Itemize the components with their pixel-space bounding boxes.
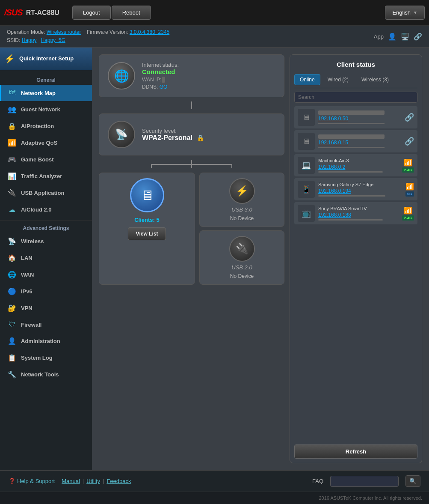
sidebar-item-wan[interactable]: 🌐 WAN bbox=[0, 266, 92, 283]
device-icon: 🖥 bbox=[298, 109, 315, 126]
bottom-row: 🖥 Clients: 5 View List ⚡ USB 3.0 No Devi… bbox=[99, 173, 284, 285]
advanced-settings-title: Advanced Settings bbox=[0, 221, 92, 233]
share-icon-button[interactable]: 🔗 bbox=[414, 33, 422, 41]
traffic-analyzer-icon: 📊 bbox=[7, 172, 17, 180]
device-icon: 💻 bbox=[298, 157, 315, 174]
sidebar-item-system-log[interactable]: 📋 System Log bbox=[0, 349, 92, 366]
refresh-button[interactable]: Refresh bbox=[294, 444, 417, 459]
sidebar-item-guest-network[interactable]: 👥 Guest Network bbox=[0, 101, 92, 118]
clients-panel: 🖥 Clients: 5 View List bbox=[99, 173, 195, 285]
sidebar-item-aiprotection[interactable]: 🔒 AiProtection bbox=[0, 118, 92, 134]
sidebar-item-ipv6[interactable]: 🔵 IPv6 bbox=[0, 283, 92, 300]
manual-link[interactable]: Manual bbox=[62, 478, 80, 484]
client-ip-link[interactable]: 192.168.0.50 bbox=[318, 116, 401, 122]
clients-label: Clients: 5 bbox=[134, 217, 160, 223]
faq-search-button[interactable]: 🔍 bbox=[405, 475, 420, 487]
signal-bars-icon: 📶 bbox=[404, 206, 412, 215]
help-support-link[interactable]: ❓ Help & Support bbox=[9, 478, 55, 484]
sidebar-item-aicloud[interactable]: ☁ AiCloud 2.0 bbox=[0, 201, 92, 218]
quick-internet-setup-item[interactable]: ⚡ Quick Internet Setup bbox=[0, 48, 92, 70]
wan-icon: 🌐 bbox=[7, 271, 17, 279]
client-signal: 🔗 bbox=[405, 113, 414, 122]
sidebar-item-firewall[interactable]: 🛡 Firewall bbox=[0, 316, 92, 333]
router-icon: 📡 bbox=[108, 121, 135, 148]
operation-mode-link[interactable]: Wireless router bbox=[47, 29, 81, 35]
list-item[interactable]: 🖥 192.168.0.15 🔗 bbox=[294, 130, 417, 152]
ssid-5g-link[interactable]: Happy_5G bbox=[41, 37, 65, 43]
client-search-input[interactable] bbox=[294, 92, 417, 103]
faq-label: FAQ bbox=[312, 478, 323, 484]
top-nav-buttons: Logout Reboot bbox=[72, 6, 151, 20]
client-info: Macbook-Air-3 192.168.0.2 bbox=[318, 158, 399, 173]
ipv6-icon: 🔵 bbox=[7, 287, 17, 295]
usb20-status: No Device bbox=[230, 273, 254, 279]
copyright: 2016 ASUSTeK Computer Inc. All rights re… bbox=[0, 492, 429, 504]
client-ip-link[interactable]: 192.168.0.188 bbox=[318, 212, 399, 218]
usb20-panel: 🔌 USB 2.0 No Device bbox=[199, 230, 284, 285]
monitor-icon-button[interactable]: 🖥️ bbox=[401, 33, 409, 41]
list-item[interactable]: 🖥 192.168.0.50 🔗 bbox=[294, 106, 417, 128]
sidebar-item-wireless[interactable]: 📡 Wireless bbox=[0, 233, 92, 250]
usb30-label: USB 3.0 bbox=[231, 206, 252, 213]
client-ip-link[interactable]: 192.168.0.15 bbox=[318, 140, 401, 146]
connector-leg-left bbox=[151, 164, 152, 168]
usb30-panel: ⚡ USB 3.0 No Device bbox=[199, 173, 284, 227]
sidebar-item-traffic-analyzer[interactable]: 📊 Traffic Analyzer bbox=[0, 168, 92, 185]
faq-search-input[interactable] bbox=[330, 476, 399, 487]
sidebar-item-vpn[interactable]: 🔐 VPN bbox=[0, 300, 92, 316]
top-bar: /SUS RT-AC88U Logout Reboot English ▼ bbox=[0, 0, 429, 26]
network-map-icon: 🗺 bbox=[7, 89, 17, 97]
sidebar-item-administration[interactable]: 👤 Administration bbox=[0, 333, 92, 349]
view-list-button[interactable]: View List bbox=[128, 227, 166, 240]
device-icon: 📺 bbox=[298, 205, 315, 222]
client-info: 192.168.0.15 bbox=[318, 134, 401, 148]
question-icon: ❓ bbox=[9, 478, 15, 484]
tab-wireless[interactable]: Wireless (3) bbox=[356, 74, 394, 85]
asus-logo: /SUS bbox=[4, 8, 23, 18]
tab-online[interactable]: Online bbox=[294, 74, 320, 85]
internet-globe-icon: 🌐 bbox=[108, 62, 135, 89]
usb30-status: No Device bbox=[230, 215, 254, 221]
connector-h bbox=[151, 164, 233, 165]
usb20-icon: 🔌 bbox=[229, 236, 255, 262]
language-selector[interactable]: English ▼ bbox=[385, 6, 425, 20]
band-badge: 2.4G bbox=[402, 215, 414, 221]
vpn-icon: 🔐 bbox=[7, 304, 17, 312]
client-progress bbox=[318, 123, 385, 124]
sidebar-item-game-boost[interactable]: 🎮 Game Boost bbox=[0, 151, 92, 168]
wired-connection-icon: 🔗 bbox=[405, 113, 414, 122]
logout-button[interactable]: Logout bbox=[72, 6, 111, 20]
client-progress bbox=[318, 219, 383, 221]
device-icon: 🖥 bbox=[298, 133, 315, 150]
client-status-panel: Client status Online Wired (2) Wireless … bbox=[290, 54, 422, 463]
client-info: Sony BRAVIA SmartTV 192.168.0.188 bbox=[318, 206, 399, 221]
sidebar: ⚡ Quick Internet Setup General 🗺 Network… bbox=[0, 48, 92, 470]
user-icon-button[interactable]: 👤 bbox=[388, 33, 396, 41]
game-boost-icon: 🎮 bbox=[7, 155, 17, 164]
list-item[interactable]: 📱 Samsung Galaxy S7 Edge 192.168.0.194 📶… bbox=[294, 178, 417, 200]
ddns-go-link[interactable]: GO bbox=[160, 84, 168, 90]
aiprotection-icon: 🔒 bbox=[7, 122, 17, 130]
sidebar-item-network-tools[interactable]: 🔧 Network Tools bbox=[0, 366, 92, 383]
firmware-link[interactable]: 3.0.0.4.380_2345 bbox=[130, 29, 169, 35]
adaptive-qos-icon: 📶 bbox=[7, 139, 17, 147]
tab-wired[interactable]: Wired (2) bbox=[322, 74, 354, 85]
list-item[interactable]: 📺 Sony BRAVIA SmartTV 192.168.0.188 📶 2.… bbox=[294, 202, 417, 224]
ssid-link[interactable]: Happy bbox=[22, 37, 37, 43]
feedback-link[interactable]: Feedback bbox=[107, 478, 131, 484]
utility-link[interactable]: Utility bbox=[86, 478, 100, 484]
wired-connection-icon: 🔗 bbox=[405, 137, 414, 146]
administration-icon: 👤 bbox=[7, 337, 17, 345]
client-progress bbox=[318, 171, 383, 173]
sidebar-item-adaptive-qos[interactable]: 📶 Adaptive QoS bbox=[0, 134, 92, 151]
client-list: 🖥 192.168.0.50 🔗 🖥 192.168.0. bbox=[294, 106, 417, 439]
reboot-button[interactable]: Reboot bbox=[112, 6, 151, 20]
sidebar-item-lan[interactable]: 🏠 LAN bbox=[0, 250, 92, 266]
client-ip-link[interactable]: 192.168.0.2 bbox=[318, 164, 399, 170]
client-signal: 📶 5G bbox=[405, 182, 414, 197]
client-ip-link[interactable]: 192.168.0.194 bbox=[318, 188, 402, 194]
sidebar-item-network-map[interactable]: 🗺 Network Map bbox=[0, 85, 92, 101]
sidebar-item-usb-application[interactable]: 🔌 USB Application bbox=[0, 185, 92, 201]
client-signal: 📶 2.4G bbox=[402, 158, 414, 173]
list-item[interactable]: 💻 Macbook-Air-3 192.168.0.2 📶 2.4G bbox=[294, 154, 417, 176]
